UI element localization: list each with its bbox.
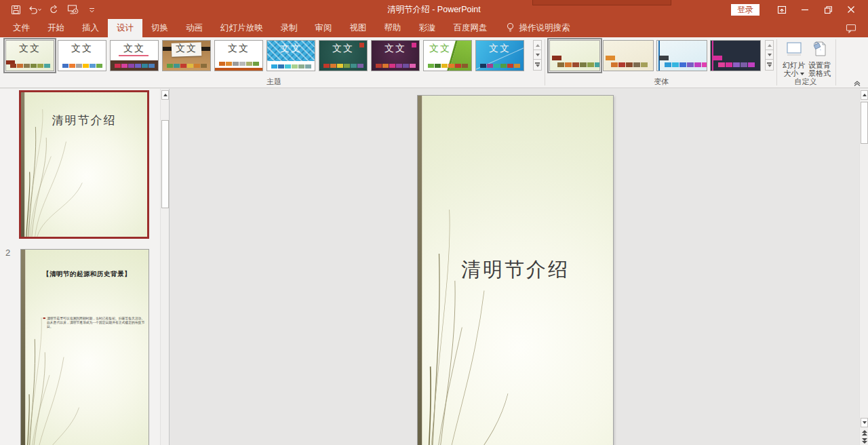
theme-ion-boardroom[interactable]: 文文 [371, 40, 420, 71]
variant-blue[interactable] [656, 40, 707, 71]
variants-scroll-up-icon[interactable] [765, 40, 774, 50]
variants-more-icon[interactable] [765, 59, 774, 71]
format-background-label-line1: 设置背 [808, 61, 831, 69]
tell-me-search[interactable]: 操作说明搜索 [506, 19, 570, 37]
theme-preview: 文文 [6, 41, 54, 71]
close-button[interactable] [840, 0, 863, 19]
window-title: 清明节介绍 - PowerPoint [387, 0, 481, 19]
thumbnail-panel-scrollbar[interactable] [160, 89, 169, 445]
tab-slide-show[interactable]: 幻灯片放映 [212, 19, 272, 37]
theme-facet[interactable]: 文文 [423, 40, 472, 71]
variant-cream[interactable] [603, 40, 654, 71]
slide-canvas: 清明节介绍 [170, 89, 859, 445]
theme-preview: 文文 [163, 41, 210, 71]
variants-scroll-down-icon[interactable] [765, 50, 774, 60]
tab-insert[interactable]: 插入 [73, 19, 108, 37]
tab-transitions[interactable]: 切换 [142, 19, 177, 37]
theme-preview: 文文 [267, 41, 315, 71]
theme-preview: 文文 [319, 41, 367, 71]
quick-access-toolbar [8, 2, 99, 17]
scroll-up-icon[interactable] [161, 90, 169, 100]
variant-tag [552, 56, 561, 60]
wisp-decoration [418, 210, 513, 445]
theme-color-swatches [611, 62, 648, 67]
search-label: 操作说明搜索 [519, 22, 570, 34]
slide-thumbnail-panel: 清明节介绍 2 【清明节的起源和历史背景】 清明节最早可以追溯到周朝时期，当时已… [0, 89, 170, 445]
format-background-icon [811, 41, 829, 60]
theme-color-swatches [62, 64, 102, 68]
scroll-down-icon[interactable] [861, 418, 868, 427]
slide-thumbnail-2[interactable]: 【清明节的起源和历史背景】 清明节最早可以追溯到周朝时期，当时已有祭祀、扫墓等祭… [20, 249, 149, 445]
theme-preview: 文文 [424, 41, 471, 71]
comments-icon[interactable] [841, 19, 861, 37]
theme-organic[interactable]: 文文 [162, 40, 211, 71]
sign-in-button[interactable]: 登录 [731, 4, 760, 16]
theme-color-swatches [665, 62, 707, 67]
tab-view[interactable]: 视图 [341, 19, 376, 37]
collapse-ribbon-icon[interactable] [852, 79, 863, 88]
theme-preview: 文文 [215, 41, 262, 71]
theme-preview: 文文 [372, 41, 419, 71]
main-slide[interactable]: 清明节介绍 [417, 95, 614, 445]
theme-slice[interactable]: 文文 [475, 40, 524, 71]
variants-gallery [549, 40, 761, 71]
scrollbar-thumb[interactable] [861, 102, 868, 144]
tab-record[interactable]: 录制 [272, 19, 307, 37]
variant-green[interactable] [549, 40, 600, 71]
save-icon[interactable] [8, 2, 23, 17]
tab-baidu-netdisk[interactable]: 百度网盘 [445, 19, 496, 37]
tab-home[interactable]: 开始 [39, 19, 73, 37]
tab-file[interactable]: 文件 [4, 19, 39, 37]
theme-sample-text: 文文 [6, 43, 54, 55]
titlebar-artifact-box [532, 0, 671, 5]
slide2-number: 2 [5, 248, 10, 258]
scroll-up-icon[interactable] [861, 90, 868, 100]
group-separator [835, 39, 836, 85]
ribbon-display-options-icon[interactable] [770, 0, 793, 19]
variant-tag [713, 56, 722, 60]
themes-more-icon[interactable] [533, 59, 542, 71]
main-scrollbar[interactable] [859, 89, 868, 445]
tab-help[interactable]: 帮助 [376, 19, 410, 37]
theme-preview: 文文 [111, 41, 158, 71]
customize-group-label: 自定义 [780, 77, 831, 87]
minimize-button[interactable] [793, 0, 816, 19]
theme-banded[interactable]: 文文 [214, 40, 263, 71]
theme-wisp[interactable]: 文文 [5, 40, 54, 71]
themes-gallery: 文文文文文文文文文文文文文文文文文文文文 [5, 40, 524, 71]
variants-group-label: 变体 [549, 77, 774, 87]
theme-color-swatches [167, 64, 207, 68]
theme-color-swatches [428, 64, 468, 68]
variant-preview [550, 41, 599, 71]
main-slide-title[interactable]: 清明节介绍 [418, 256, 613, 284]
slide2-body: 清明节最早可以追溯到周朝时期，当时已有祭祀、扫墓等祭天活动。自从唐代以后，清明节… [47, 316, 144, 328]
slide-accent-bar [21, 250, 26, 445]
slide-thumbnail-1[interactable]: 清明节介绍 [19, 90, 149, 239]
theme-sample-text: 文文 [319, 43, 367, 55]
themes-scroll-down-icon[interactable] [533, 50, 542, 60]
variant-dark[interactable] [710, 40, 761, 71]
tab-animations[interactable]: 动画 [177, 19, 212, 37]
restore-button[interactable] [816, 0, 840, 19]
theme-office[interactable]: 文文 [58, 40, 106, 71]
tab-design[interactable]: 设计 [108, 19, 142, 37]
previous-slide-icon[interactable] [861, 429, 868, 436]
slide-size-label-line1: 幻灯片 [783, 61, 805, 69]
customize-qat-icon[interactable] [84, 2, 99, 17]
theme-wood-pink[interactable]: 文文 [110, 40, 159, 71]
redo-icon[interactable] [46, 2, 61, 17]
tab-caixuan[interactable]: 彩漩 [410, 19, 445, 37]
window-controls [770, 0, 863, 19]
title-bar: 清明节介绍 - PowerPoint 登录 [0, 0, 868, 19]
themes-scroll-up-icon[interactable] [533, 40, 542, 50]
start-slideshow-icon[interactable] [65, 2, 80, 17]
theme-ion[interactable]: 文文 [319, 40, 368, 71]
chevron-down-icon [800, 73, 804, 75]
tab-review[interactable]: 审阅 [307, 19, 341, 37]
lightbulb-icon [506, 22, 515, 35]
next-slide-icon[interactable] [861, 437, 868, 444]
undo-icon[interactable] [27, 2, 42, 17]
variant-preview [711, 41, 760, 71]
theme-integral[interactable]: 文文 [267, 40, 315, 71]
scrollbar-thumb[interactable] [161, 120, 169, 208]
